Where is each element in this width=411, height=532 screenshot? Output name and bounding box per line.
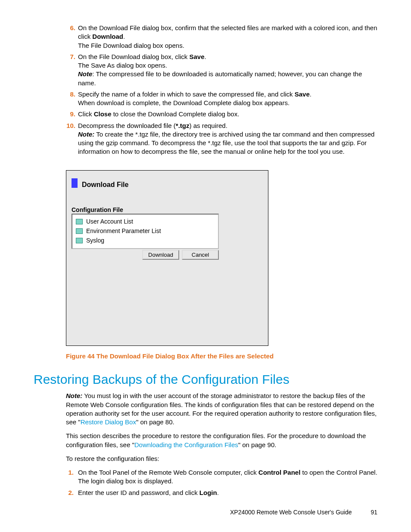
- step-text: Decompress the downloaded file (*.tgz) a…: [78, 122, 374, 156]
- step-text: Enter the user ID and password, and clic…: [78, 489, 219, 496]
- text: The File Download dialog box opens.: [78, 42, 184, 49]
- text: Decompress the downloaded file (: [78, 122, 176, 129]
- text: The login dialog box is displayed.: [78, 477, 173, 485]
- step-number: 6.: [66, 24, 75, 32]
- cancel-button[interactable]: Cancel: [182, 250, 219, 260]
- section-label: Configuration File: [72, 206, 123, 214]
- text: .: [123, 33, 125, 40]
- figure-44: Download File Configuration File User Ac…: [66, 170, 377, 361]
- note-label: Note: [78, 70, 92, 78]
- list-item[interactable]: Syslog: [76, 236, 215, 246]
- step-text: Specify the name of a folder in which to…: [78, 90, 311, 106]
- text: The Save As dialog box opens.: [78, 62, 167, 69]
- bold-text: *.tgz: [176, 122, 190, 129]
- file-listbox[interactable]: User Account List Environment Parameter …: [72, 214, 219, 249]
- bold-text: Download: [92, 33, 123, 40]
- page-number: 91: [371, 509, 377, 516]
- list-item-label: Syslog: [86, 236, 104, 245]
- text: " on page 80.: [136, 418, 174, 426]
- step-number: 8.: [66, 90, 75, 99]
- page-footer: XP24000 Remote Web Console User's Guide …: [230, 508, 377, 516]
- file-icon: [76, 219, 83, 224]
- text: On the Tool Panel of the Remote Web Cons…: [78, 469, 258, 476]
- step-9: 9. Click Close to close the Download Com…: [66, 110, 377, 118]
- text: .: [217, 489, 219, 496]
- note-paragraph: Note: You must log in with the user acco…: [66, 392, 377, 426]
- step-text: On the Download File dialog box, confirm…: [78, 24, 377, 49]
- file-icon: [76, 238, 83, 243]
- text: Enter the user ID and password, and clic…: [78, 489, 199, 496]
- text: On the File Download dialog box, click: [78, 53, 189, 60]
- step-text: On the File Download dialog box, click S…: [78, 53, 362, 87]
- note-label: Note:: [66, 392, 82, 399]
- text: .: [205, 53, 206, 60]
- text: " on page 90.: [238, 441, 277, 448]
- text: To create the *.tgz file, the directory …: [78, 131, 374, 156]
- title-accent-icon: [72, 178, 78, 188]
- bold-text: Save: [295, 90, 310, 98]
- bold-text: Control Panel: [258, 469, 301, 476]
- step-6: 6. On the Download File dialog box, conf…: [66, 24, 377, 50]
- step-number: 9.: [66, 110, 75, 118]
- body-paragraph: This section describes the procedure to …: [66, 432, 377, 449]
- step-number: 2.: [66, 488, 74, 497]
- bold-text: Login: [199, 489, 217, 496]
- step-10: 10. Decompress the downloaded file (*.tg…: [66, 121, 377, 156]
- text: to close the Download Complete dialog bo…: [112, 110, 240, 118]
- download-file-dialog: Download File Configuration File User Ac…: [66, 170, 268, 346]
- footer-title: XP24000 Remote Web Console User's Guide: [230, 509, 352, 516]
- note-label: Note:: [78, 131, 94, 138]
- step-1: 1. On the Tool Panel of the Remote Web C…: [66, 468, 377, 486]
- top-steps-block: 6. On the Download File dialog box, conf…: [66, 24, 377, 156]
- bold-text: Save: [189, 53, 204, 60]
- list-item-label: User Account List: [86, 218, 133, 226]
- text: Specify the name of a folder in which to…: [78, 90, 295, 98]
- text: When download is complete, the Download …: [78, 99, 290, 106]
- list-item[interactable]: User Account List: [76, 217, 215, 227]
- step-text: On the Tool Panel of the Remote Web Cons…: [78, 469, 377, 485]
- intro-line: To restore the configuration files:: [66, 454, 377, 463]
- figure-caption: Figure 44 The Download File Dialog Box A…: [66, 352, 377, 361]
- list-item[interactable]: Environment Parameter List: [76, 227, 215, 236]
- dialog-button-row: Download Cancel: [72, 250, 219, 260]
- restore-dialog-link[interactable]: Restore Dialog Box: [81, 418, 136, 426]
- ordered-steps-bottom: 1. On the Tool Panel of the Remote Web C…: [66, 468, 377, 497]
- file-icon: [76, 228, 83, 234]
- step-2: 2. Enter the user ID and password, and c…: [66, 488, 377, 497]
- step-7: 7. On the File Download dialog box, clic…: [66, 53, 377, 87]
- dialog-title: Download File: [82, 180, 128, 190]
- step-text: Click Close to close the Download Comple…: [78, 110, 239, 118]
- page: 6. On the Download File dialog box, conf…: [0, 0, 411, 532]
- section-heading: Restoring Backups of the Configuration F…: [34, 371, 377, 389]
- downloading-config-link[interactable]: Downloading the Configuration Files: [134, 441, 238, 448]
- step-number: 1.: [66, 468, 74, 477]
- step-number: 7.: [66, 53, 75, 61]
- download-button[interactable]: Download: [142, 250, 179, 260]
- text: : The compressed file to be downloaded i…: [78, 70, 362, 86]
- bold-text: Close: [94, 110, 112, 118]
- step-8: 8. Specify the name of a folder in which…: [66, 90, 377, 108]
- text: .: [310, 90, 311, 98]
- text: ) as required.: [189, 122, 227, 129]
- text: Click: [78, 110, 94, 118]
- ordered-steps-top: 6. On the Download File dialog box, conf…: [66, 24, 377, 156]
- step-number: 10.: [62, 121, 75, 130]
- list-item-label: Environment Parameter List: [86, 227, 161, 235]
- text: to open the Control Panel.: [300, 469, 377, 476]
